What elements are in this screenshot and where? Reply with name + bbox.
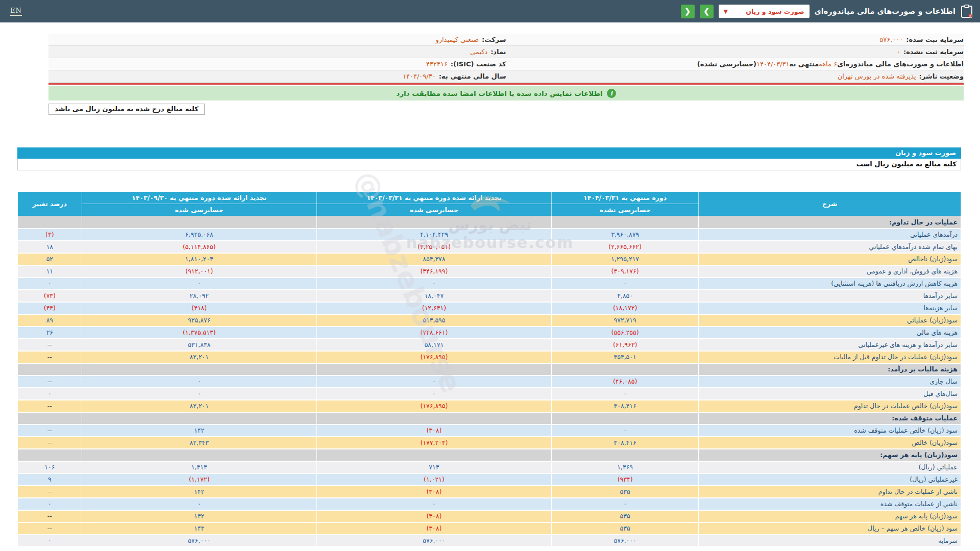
row-label: بهای تمام شده درآمدهاي عملياتي [699, 241, 961, 253]
value-current: (۶۱,۹۶۳) [551, 339, 698, 351]
value-restated-quarter: ۵۱۳,۵۹۵ [316, 314, 551, 327]
value-restated-year: ۱,۳۱۴ [82, 461, 316, 473]
value-current: ۵۳۵ [551, 522, 698, 535]
field-label: سال مالی منتهی به: [439, 70, 506, 82]
row-label: هزینه مالیات بر درآمد: [699, 363, 961, 375]
banner-text: اطلاعات نمایش داده شده با اطلاعات امضا ش… [396, 89, 603, 97]
next-report-button[interactable]: ❯ [700, 5, 714, 18]
value-current: ۰ [551, 388, 698, 400]
row-label: هزینه های فروش، اداری و عمومی [699, 265, 961, 278]
value-percent-change: -- [18, 400, 82, 412]
value-restated-year: (۹۱۲,۰۰۱) [82, 265, 316, 278]
value-percent-change: -- [18, 375, 82, 388]
value-current: ۳۵۴,۵۰۱ [551, 351, 698, 363]
isic-code: کد صنعت (ISIC): ۴۳۲۳۱۶ [48, 58, 506, 70]
statement-table-body: عملیات در حال تداوم:درآمدهاي عملياتي۳,۹۶… [18, 216, 961, 547]
value-percent-change: -- [18, 486, 82, 498]
table-row: سایر درآمدها و هزینه های غیرعملیاتی(۶۱,۹… [18, 339, 961, 351]
value-restated-quarter: (۱۷۷,۲۰۳) [316, 437, 551, 449]
company-info-row: سرمایه ثبت نشده: ۰ نماد: دکیمی [48, 46, 964, 58]
col-header-current-period: دوره منتهي به ۱۴۰۴/۰۳/۳۱ [551, 192, 698, 204]
income-statement-section: صورت سود و زیان کلیه مبالغ به میلیون ریا… [17, 147, 961, 547]
row-label: سود (زیان) خالص هر سهم – ریال [699, 522, 961, 535]
value-percent-change [18, 216, 82, 229]
table-row: سرمایه۵۷۶,۰۰۰۵۷۶,۰۰۰۵۷۶,۰۰۰۰ [18, 535, 961, 547]
table-row: هزینه کاهش ارزش دریافتنی ها (هزینه استثن… [18, 278, 961, 290]
prev-report-button[interactable]: ❮ [681, 5, 695, 18]
col-header-percent-change: درصد تغییر [18, 192, 82, 216]
value-restated-year [82, 449, 316, 461]
row-label: سایر درآمدها و هزینه های غیرعملیاتی [699, 339, 961, 351]
col-header-restated-year: تجدید ارائه شده دوره منتهي به ۱۴۰۳/۰۹/۳۰ [82, 192, 316, 204]
table-row: ناشي از عملیات متوقف شده۰۰۰۰ [18, 498, 961, 510]
table-row: سود(زیان) عملیاتي۹۷۲,۷۱۹۵۱۳,۵۹۵۹۲۵,۸۷۶۸۹ [18, 314, 961, 327]
period-length: ۶ ماهه [819, 58, 837, 70]
value-restated-year: ۸۲,۳۴۳ [82, 437, 316, 449]
value-current: (۴۶,۰۸۵) [551, 375, 698, 388]
row-label: سود(زیان) خالص [699, 437, 961, 449]
value-restated-quarter [316, 363, 551, 375]
divider [48, 83, 964, 85]
top-bar: اطلاعات و صورت‌های مالی میاندوره‌ای صورت… [0, 0, 980, 22]
col-header-restated-quarter: تجدید ارائه شده دوره منتهي به ۱۴۰۳/۰۳/۳۱ [316, 192, 551, 204]
value-current: ۵۳۵ [551, 510, 698, 522]
field-value: ۵۷۶,۰۰۰ [879, 34, 903, 45]
company-info-row: سرمایه ثبت شده: ۵۷۶,۰۰۰ شرکت: صنعتي کیمی… [48, 34, 964, 46]
report-type-select[interactable]: صورت سود و زیان ▼ [719, 5, 810, 18]
field-label: سرمایه ثبت شده: [906, 34, 964, 45]
row-label: درآمدهاي عملياتي [699, 229, 961, 241]
value-current [551, 449, 698, 461]
value-current: ۱,۲۹۵,۲۱۷ [551, 253, 698, 265]
section-row: عملیات متوقف شده: [18, 412, 961, 424]
value-current [551, 216, 698, 229]
value-restated-quarter: ۵۷۶,۰۰۰ [316, 535, 551, 547]
statement-title-bar: صورت سود و زیان [17, 147, 961, 159]
row-label: سود(زیان) خالص عملیات در حال تداوم [699, 400, 961, 412]
row-label: سال جاري [699, 375, 961, 388]
value-current: (۳۰۹,۱۷۶) [551, 265, 698, 278]
field-value: صنعتي کیمیدارو [435, 34, 479, 45]
value-restated-quarter: (۳,۲۵۰,۰۵۱) [316, 241, 551, 253]
col-subheader-audited: حسابرسی شده [82, 204, 316, 216]
field-value: ۰ [897, 46, 900, 58]
value-restated-quarter: ۰ [316, 498, 551, 510]
col-subheader-unaudited: حسابرسی نشده [551, 204, 698, 216]
table-row: سود (زیان) خالص هر سهم – ریال۵۳۵(۳۰۸)۱۴۳… [18, 522, 961, 535]
table-row: سایر هزینه‌ها(۱۸,۱۷۲)(۱۲,۶۳۱)(۴۱۸)(۴۴) [18, 302, 961, 314]
value-percent-change [18, 363, 82, 375]
value-percent-change: -- [18, 522, 82, 535]
table-row: سود(زیان) خالص عملیات در حال تداوم۳۰۸,۴۱… [18, 400, 961, 412]
value-restated-year: ۵۳۱,۸۳۸ [82, 339, 316, 351]
section-row: عملیات در حال تداوم: [18, 216, 961, 229]
value-current: ۹۷۲,۷۱۹ [551, 314, 698, 327]
value-restated-year: ۱,۸۱۰,۲۰۳ [82, 253, 316, 265]
table-row: هزینه های فروش، اداری و عمومی(۳۰۹,۱۷۶)(۳… [18, 265, 961, 278]
unregistered-capital: سرمایه ثبت نشده: ۰ [506, 46, 964, 58]
field-label: منتهی به [790, 58, 819, 70]
value-percent-change: ۰ [18, 388, 82, 400]
value-current [551, 363, 698, 375]
value-current: ۵۷۶,۰۰۰ [551, 535, 698, 547]
value-percent-change: -- [18, 351, 82, 363]
value-restated-quarter: (۳۴۶,۱۹۹) [316, 265, 551, 278]
field-value: ۴۳۲۳۱۶ [426, 58, 448, 70]
value-percent-change: -- [18, 510, 82, 522]
row-label: سود(زیان) ناخالص [699, 253, 961, 265]
registered-capital: سرمایه ثبت شده: ۵۷۶,۰۰۰ [506, 34, 964, 45]
field-value: پذیرفته شده در بورس تهران [838, 70, 916, 82]
value-restated-year: ۹۲۵,۸۷۶ [82, 314, 316, 327]
value-restated-quarter: ۸۵۴,۳۷۸ [316, 253, 551, 265]
value-restated-year: ۱۴۳ [82, 522, 316, 535]
language-switch-link[interactable]: EN [10, 7, 22, 16]
row-label: سال‌هاي قبل [699, 388, 961, 400]
report-type-value: صورت سود و زیان [746, 8, 804, 15]
value-restated-quarter: ۰ [316, 375, 551, 388]
signature-match-banner: i اطلاعات نمایش داده شده با اطلاعات امضا… [48, 86, 964, 101]
value-current: ۳۰۸,۴۱۶ [551, 400, 698, 412]
value-percent-change: ۹ [18, 473, 82, 486]
value-restated-year: ۵۷۶,۰۰۰ [82, 535, 316, 547]
value-restated-year: ۰ [82, 388, 316, 400]
value-restated-quarter: ۵۸,۱۷۱ [316, 339, 551, 351]
field-label: نماد: [491, 46, 506, 58]
value-current [551, 412, 698, 424]
